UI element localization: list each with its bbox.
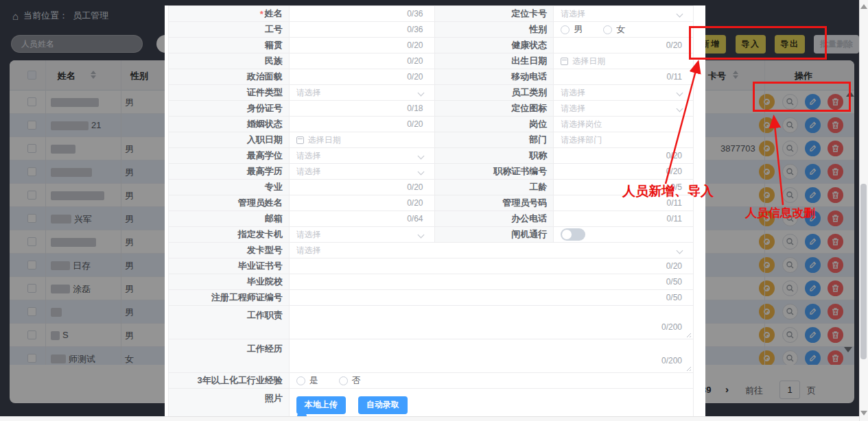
form-field-出生日期[interactable]: 选择日期: [554, 53, 694, 69]
form-label-最高学位: 最高学位: [169, 148, 290, 164]
form-field-邮箱[interactable]: 0/64: [290, 211, 435, 227]
form-field-健康状态[interactable]: 0/20: [554, 38, 694, 53]
gate-pass-toggle[interactable]: [561, 228, 585, 241]
form-field-指定发卡机[interactable]: 请选择: [290, 227, 435, 243]
form-row: 最高学历请选择职称证书编号0/20: [169, 164, 694, 180]
textarea-resize-handle[interactable]: [685, 365, 691, 371]
form-row: 工作经历0/200: [169, 339, 694, 373]
form-field-籍贯[interactable]: 0/20: [290, 38, 435, 53]
form-field-3年以上化工行业经验[interactable]: 是否: [290, 373, 694, 389]
form-label-专业: 专业: [169, 180, 290, 195]
form-field-管理员姓名[interactable]: 0/20: [290, 195, 435, 211]
form-field-政治面貌[interactable]: 0/20: [290, 69, 435, 85]
form-row: 管理员姓名0/20管理员号码0/11: [169, 195, 694, 211]
annotation-box-toolbar: [689, 26, 827, 60]
chevron-down-icon: [677, 106, 683, 112]
form-field-身份证号[interactable]: 0/18: [290, 101, 435, 117]
form-field-工号[interactable]: 0/36: [290, 22, 435, 38]
form-label-身份证号: 身份证号: [169, 101, 290, 117]
form-label-证件类型: 证件类型: [169, 85, 290, 101]
form-field-定位卡号[interactable]: 请选择: [554, 6, 694, 22]
form-row: *姓名0/36定位卡号请选择: [169, 6, 694, 22]
calendar-icon: [296, 136, 304, 144]
form-field-婚姻状态[interactable]: 0/20: [290, 117, 435, 132]
form-field-闸机通行[interactable]: [554, 227, 694, 243]
char-counter: 0/20: [407, 40, 423, 50]
radio-option-是[interactable]: 是: [296, 374, 318, 387]
form-label-发卡型号: 发卡型号: [169, 243, 290, 258]
scroll-up-arrow-icon[interactable]: [860, 4, 867, 9]
char-counter: 0/64: [407, 214, 423, 224]
form-field-职称证书编号[interactable]: 0/20: [554, 164, 694, 180]
annotation-note-add-import: 人员新增、导入: [622, 182, 714, 200]
auto-capture-button[interactable]: 自动录取: [358, 396, 408, 414]
form-row: 指定发卡机请选择闸机通行: [169, 227, 694, 243]
form-field-移动电话[interactable]: 0/11: [554, 69, 694, 85]
form-field-证件类型[interactable]: 请选择: [290, 85, 435, 101]
form-field-员工类别[interactable]: 请选择: [554, 85, 694, 101]
form-row: 工作职责0/200: [169, 306, 694, 339]
annotation-note-edit-delete: 人员信息改删: [745, 205, 815, 221]
form-row: 邮箱0/64办公电话0/11: [169, 211, 694, 227]
form-field-职称[interactable]: 0/20: [554, 148, 694, 164]
form-row: 3年以上化工行业经验是否: [169, 373, 694, 389]
radio-option-女[interactable]: 女: [603, 23, 625, 36]
radio-circle-icon: [603, 25, 612, 34]
form-field-注册工程师证编号[interactable]: 0/50: [290, 290, 694, 306]
char-counter: 0/200: [661, 322, 682, 332]
char-counter: 0/20: [407, 198, 423, 208]
char-counter: 0/20: [407, 119, 423, 129]
form-label-办公电话: 办公电话: [435, 211, 554, 227]
char-counter: 0/20: [666, 151, 682, 160]
form-label-籍贯: 籍贯: [169, 38, 290, 53]
form-field-办公电话[interactable]: 0/11: [554, 211, 694, 227]
char-counter: 0/20: [666, 40, 682, 50]
char-counter: 0/20: [407, 56, 423, 66]
scroll-down-arrow-icon[interactable]: [860, 411, 867, 416]
form-label-民族: 民族: [169, 53, 290, 69]
char-counter: 0/20: [666, 261, 682, 271]
form-field-最高学历[interactable]: 请选择: [290, 164, 435, 180]
char-counter: 0/20: [666, 167, 682, 176]
char-counter: 0/50: [666, 277, 682, 287]
form-row: 身份证号0/18定位图标请选择: [169, 101, 694, 117]
form-row: 婚姻状态0/20岗位请选择岗位: [169, 117, 694, 132]
form-field-入职日期[interactable]: 选择日期: [290, 132, 435, 148]
form-field-姓名[interactable]: 0/36: [290, 6, 435, 22]
form-row: 籍贯0/20健康状态0/20: [169, 38, 694, 53]
vertical-scrollbar-thumb[interactable]: [860, 184, 867, 359]
form-row: 毕业证书号0/20: [169, 258, 694, 274]
form-field-工作经历[interactable]: 0/200: [290, 339, 694, 373]
char-counter: 0/20: [407, 182, 423, 192]
form-label-员工类别: 员工类别: [435, 85, 554, 101]
form-row: 专业0/20工龄0/5: [169, 180, 694, 195]
form-label-岗位: 岗位: [435, 117, 554, 132]
form-field-毕业证书号[interactable]: 0/20: [290, 258, 694, 274]
form-label-工作职责: 工作职责: [169, 306, 290, 339]
form-field-定位图标[interactable]: 请选择: [554, 101, 694, 117]
form-field-民族[interactable]: 0/20: [290, 53, 435, 69]
form-field-岗位[interactable]: 请选择岗位: [554, 117, 694, 132]
radio-circle-icon: [339, 376, 348, 385]
form-field-发卡型号[interactable]: 请选择: [290, 243, 694, 258]
char-counter: 0/18: [407, 104, 423, 113]
form-label-注册工程师证编号: 注册工程师证编号: [169, 290, 290, 306]
radio-option-否[interactable]: 否: [339, 374, 361, 387]
char-counter: 0/36: [407, 25, 423, 34]
employee-form-modal: *姓名0/36定位卡号请选择工号0/36性别男女籍贯0/20健康状态0/20民族…: [165, 5, 705, 421]
form-field-专业[interactable]: 0/20: [290, 180, 435, 195]
horizontal-scrollbar-track[interactable]: [0, 416, 859, 421]
form-label-职称: 职称: [435, 148, 554, 164]
form-label-工龄: 工龄: [435, 180, 554, 195]
form-field-工作职责[interactable]: 0/200: [290, 306, 694, 339]
form-label-工号: 工号: [169, 22, 290, 38]
form-field-部门[interactable]: 请选择部门: [554, 132, 694, 148]
form-field-性别[interactable]: 男女: [554, 22, 694, 38]
radio-option-男[interactable]: 男: [561, 23, 583, 36]
form-field-毕业院校[interactable]: 0/50: [290, 274, 694, 290]
textarea-resize-handle[interactable]: [685, 331, 691, 337]
form-field-最高学位[interactable]: 请选择: [290, 148, 435, 164]
form-label-邮箱: 邮箱: [169, 211, 290, 227]
form-label-最高学历: 最高学历: [169, 164, 290, 180]
form-row: 入职日期选择日期部门请选择部门: [169, 132, 694, 148]
